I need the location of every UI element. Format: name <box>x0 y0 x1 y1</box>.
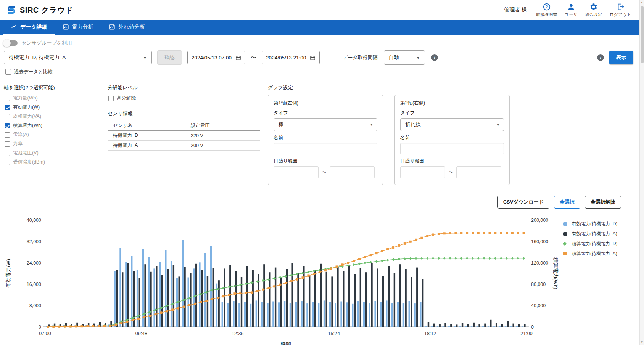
logout-icon <box>616 3 625 11</box>
axis1-title: 第1軸(左側) <box>274 100 298 106</box>
legend-marker <box>561 222 569 226</box>
sirc-logo-icon <box>6 5 17 15</box>
svg-text:時間: 時間 <box>281 341 291 345</box>
confirm-button[interactable]: 確認 <box>157 50 182 65</box>
svg-text:18:12: 18:12 <box>424 331 436 336</box>
axis-option-battery-voltage[interactable]: 電池電圧(V) <box>5 150 108 156</box>
settings-button[interactable]: 総合設定 <box>585 3 602 18</box>
axis1-range-min-input[interactable] <box>274 166 319 178</box>
checkbox[interactable] <box>5 123 10 128</box>
interval-value: 自動 <box>389 54 399 61</box>
user-icon <box>567 3 575 11</box>
tab-power-analysis[interactable]: 電力分析 <box>55 20 101 35</box>
axis2-range-max-input[interactable] <box>456 166 501 178</box>
user-button[interactable]: ユーザ <box>565 3 578 18</box>
top-bar-actions: 管理者 様 ? 取扱説明書 ユーザ 総合設定 <box>504 3 631 18</box>
axis1-type-select[interactable]: 棒 ▾ <box>274 118 377 131</box>
svg-text:有効電力(W): 有効電力(W) <box>5 259 11 288</box>
chevron-down-icon: ▼ <box>416 56 420 60</box>
tab-label: 外れ値分析 <box>118 24 145 30</box>
scroll-up-arrow-icon[interactable]: ▲ <box>641 0 644 5</box>
table-row: 待機電力_A 200 V <box>108 141 260 151</box>
svg-text:40,000: 40,000 <box>531 303 546 308</box>
axis2-name-input[interactable] <box>400 143 504 154</box>
graph-settings-panel: グラフ設定 第1軸(左側) タイプ 棒 ▾ 名前 目盛り範囲 〜 <box>268 84 633 185</box>
csv-download-button[interactable]: CSVダウンロード <box>497 196 549 209</box>
svg-text:200,000: 200,000 <box>531 218 548 223</box>
axis-option-energy[interactable]: 電力量(Wh) <box>5 95 108 101</box>
axis-option-signal-strength[interactable]: 受信強度(dBm) <box>5 159 108 165</box>
checkbox[interactable] <box>5 105 10 110</box>
checkbox[interactable] <box>5 141 10 147</box>
svg-text:15:24: 15:24 <box>328 331 340 336</box>
sensor-select[interactable]: 待機電力_D, 待機電力_A ▼ <box>4 51 152 64</box>
range-separator: 〜 <box>322 169 327 176</box>
svg-text:21:00: 21:00 <box>520 331 532 336</box>
logout-label: ログアウト <box>610 12 631 18</box>
tab-data-detail[interactable]: データ詳細 <box>3 20 55 35</box>
axis2-range-min-input[interactable] <box>400 166 445 178</box>
svg-text:0: 0 <box>531 324 534 330</box>
compare-option[interactable]: 過去データと比較 <box>5 69 633 75</box>
svg-text:16,000: 16,000 <box>27 282 41 287</box>
scroll-down-arrow-icon[interactable]: ▼ <box>641 340 644 345</box>
chart: 08,00016,00024,00032,00040,000040,00080,… <box>0 215 639 345</box>
display-button[interactable]: 表示 <box>609 51 633 64</box>
tab-outlier-analysis[interactable]: 外れ値分析 <box>101 20 153 35</box>
sensor-info-table: センサ名 設定電圧 待機電力_D 220 V 待機電力_A 200 V <box>108 121 260 151</box>
bar-chart-icon <box>63 24 69 30</box>
svg-text:160,000: 160,000 <box>531 239 548 244</box>
axis1-settings-box: 第1軸(左側) タイプ 棒 ▾ 名前 目盛り範囲 〜 <box>268 95 383 185</box>
axis-option-label: 電流(A) <box>13 132 29 138</box>
checkbox[interactable] <box>5 114 10 119</box>
axis-select-title: 軸を選択(2つ選択可能) <box>4 84 55 91</box>
svg-text:積算電力(Wh): 積算電力(Wh) <box>553 257 559 289</box>
axis1-name-input[interactable] <box>274 143 377 154</box>
range-separator: 〜 <box>448 169 453 176</box>
checkbox[interactable] <box>108 96 114 101</box>
svg-text:?: ? <box>545 5 548 9</box>
sensor-group-toggle-label: センサグループを利用 <box>21 40 72 47</box>
combo-chart[interactable]: 08,00016,00024,00032,00040,000040,00080,… <box>0 215 561 345</box>
app-title: SIRC クラウド <box>20 5 73 15</box>
checkbox[interactable] <box>5 132 10 138</box>
manual-button[interactable]: ? 取扱説明書 <box>536 3 557 18</box>
axis-option-active-power[interactable]: 有効電力(W) <box>5 104 108 111</box>
high-resolution-option[interactable]: 高分解能 <box>108 95 268 101</box>
axis2-type-select[interactable]: 折れ線 ▾ <box>400 118 504 131</box>
legend-item-active-power-d[interactable]: 有効電力(待機電力_D) <box>561 221 636 227</box>
axis2-title: 第2軸(右側) <box>400 100 425 106</box>
axis1-range-max-input[interactable] <box>330 166 375 178</box>
legend-item-cumulative-power-a[interactable]: 積算電力(待機電力_A) <box>561 250 636 257</box>
select-all-button[interactable]: 全選択 <box>554 196 580 209</box>
svg-text:8,000: 8,000 <box>29 303 41 308</box>
checkbox[interactable] <box>5 160 10 165</box>
date-from-input[interactable]: 2024/05/13 07:00 <box>187 51 245 64</box>
logout-button[interactable]: ログアウト <box>610 3 631 18</box>
compare-checkbox[interactable] <box>5 69 11 75</box>
display-info-icon[interactable]: i <box>597 54 604 61</box>
calendar-icon <box>310 55 316 61</box>
chart-section: CSVダウンロード 全選択 全選択解除 08,00016,00024,00032… <box>0 191 639 345</box>
axis-option-apparent-power[interactable]: 皮相電力(VA) <box>5 113 108 120</box>
legend-item-active-power-a[interactable]: 有効電力(待機電力_A) <box>561 231 636 237</box>
checkbox[interactable] <box>5 151 10 156</box>
interval-info-icon[interactable]: i <box>431 54 438 61</box>
checkbox[interactable] <box>5 96 10 101</box>
scrollbar-thumb[interactable] <box>641 6 644 63</box>
scatter-chart-icon <box>109 24 115 30</box>
deselect-all-button[interactable]: 全選択解除 <box>585 196 621 209</box>
legend-item-cumulative-power-d[interactable]: 積算電力(待機電力_D) <box>561 241 636 247</box>
compare-checkbox-label: 過去データと比較 <box>14 69 53 75</box>
sensor-group-toggle[interactable] <box>4 40 18 46</box>
axis-option-power-factor[interactable]: 力率 <box>5 141 108 147</box>
svg-text:12:36: 12:36 <box>232 331 243 336</box>
date-to-input[interactable]: 2024/05/13 21:00 <box>262 51 320 64</box>
page-scrollbar[interactable]: ▲ ▼ <box>639 0 644 345</box>
interval-select[interactable]: 自動 ▼ <box>384 50 425 65</box>
column-header-sensor-name: センサ名 <box>108 122 191 129</box>
axis-option-label: 受信強度(dBm) <box>13 159 45 165</box>
axis-option-current[interactable]: 電流(A) <box>5 132 108 138</box>
axis-option-cumulative-power[interactable]: 積算電力(Wh) <box>5 122 108 129</box>
tab-label: 電力分析 <box>72 24 93 30</box>
